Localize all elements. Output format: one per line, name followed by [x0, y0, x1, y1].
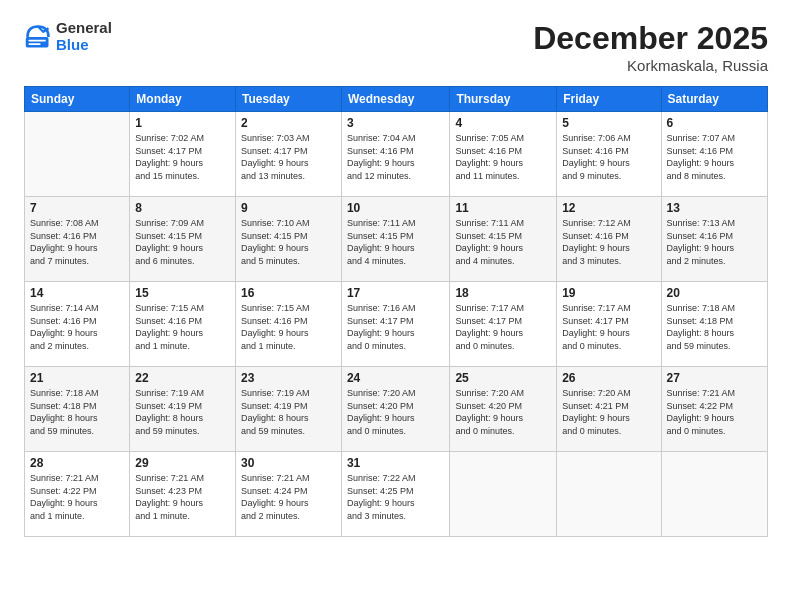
day-info: Sunrise: 7:11 AMSunset: 4:15 PMDaylight:…	[455, 217, 551, 267]
day-number: 5	[562, 116, 655, 130]
day-number: 2	[241, 116, 336, 130]
calendar-row-3: 14 Sunrise: 7:14 AMSunset: 4:16 PMDaylig…	[25, 282, 768, 367]
day-info: Sunrise: 7:16 AMSunset: 4:17 PMDaylight:…	[347, 302, 444, 352]
day-info: Sunrise: 7:02 AMSunset: 4:17 PMDaylight:…	[135, 132, 230, 182]
day-info: Sunrise: 7:11 AMSunset: 4:15 PMDaylight:…	[347, 217, 444, 267]
day-info: Sunrise: 7:19 AMSunset: 4:19 PMDaylight:…	[241, 387, 336, 437]
day-cell-1: 1 Sunrise: 7:02 AMSunset: 4:17 PMDayligh…	[130, 112, 236, 197]
calendar-header-row: Sunday Monday Tuesday Wednesday Thursday…	[25, 87, 768, 112]
day-number: 22	[135, 371, 230, 385]
day-cell-27: 27 Sunrise: 7:21 AMSunset: 4:22 PMDaylig…	[661, 367, 767, 452]
day-cell-24: 24 Sunrise: 7:20 AMSunset: 4:20 PMDaylig…	[341, 367, 449, 452]
col-thursday: Thursday	[450, 87, 557, 112]
day-cell-3: 3 Sunrise: 7:04 AMSunset: 4:16 PMDayligh…	[341, 112, 449, 197]
day-info: Sunrise: 7:08 AMSunset: 4:16 PMDaylight:…	[30, 217, 124, 267]
calendar-row-1: 1 Sunrise: 7:02 AMSunset: 4:17 PMDayligh…	[25, 112, 768, 197]
day-cell-9: 9 Sunrise: 7:10 AMSunset: 4:15 PMDayligh…	[235, 197, 341, 282]
col-tuesday: Tuesday	[235, 87, 341, 112]
empty-cell	[25, 112, 130, 197]
day-info: Sunrise: 7:17 AMSunset: 4:17 PMDaylight:…	[455, 302, 551, 352]
day-number: 12	[562, 201, 655, 215]
day-info: Sunrise: 7:15 AMSunset: 4:16 PMDaylight:…	[241, 302, 336, 352]
title-area: December 2025 Korkmaskala, Russia	[533, 20, 768, 74]
day-number: 11	[455, 201, 551, 215]
logo-blue: Blue	[56, 37, 112, 54]
day-number: 6	[667, 116, 762, 130]
day-number: 29	[135, 456, 230, 470]
day-info: Sunrise: 7:10 AMSunset: 4:15 PMDaylight:…	[241, 217, 336, 267]
empty-cell	[661, 452, 767, 537]
day-cell-26: 26 Sunrise: 7:20 AMSunset: 4:21 PMDaylig…	[557, 367, 661, 452]
day-cell-2: 2 Sunrise: 7:03 AMSunset: 4:17 PMDayligh…	[235, 112, 341, 197]
empty-cell	[450, 452, 557, 537]
col-sunday: Sunday	[25, 87, 130, 112]
day-info: Sunrise: 7:13 AMSunset: 4:16 PMDaylight:…	[667, 217, 762, 267]
day-info: Sunrise: 7:18 AMSunset: 4:18 PMDaylight:…	[30, 387, 124, 437]
page: General Blue December 2025 Korkmaskala, …	[0, 0, 792, 612]
calendar-row-5: 28 Sunrise: 7:21 AMSunset: 4:22 PMDaylig…	[25, 452, 768, 537]
calendar-row-2: 7 Sunrise: 7:08 AMSunset: 4:16 PMDayligh…	[25, 197, 768, 282]
day-number: 27	[667, 371, 762, 385]
day-cell-30: 30 Sunrise: 7:21 AMSunset: 4:24 PMDaylig…	[235, 452, 341, 537]
day-number: 19	[562, 286, 655, 300]
day-cell-25: 25 Sunrise: 7:20 AMSunset: 4:20 PMDaylig…	[450, 367, 557, 452]
empty-cell	[557, 452, 661, 537]
day-number: 30	[241, 456, 336, 470]
day-cell-12: 12 Sunrise: 7:12 AMSunset: 4:16 PMDaylig…	[557, 197, 661, 282]
day-cell-19: 19 Sunrise: 7:17 AMSunset: 4:17 PMDaylig…	[557, 282, 661, 367]
day-cell-20: 20 Sunrise: 7:18 AMSunset: 4:18 PMDaylig…	[661, 282, 767, 367]
day-info: Sunrise: 7:07 AMSunset: 4:16 PMDaylight:…	[667, 132, 762, 182]
day-number: 28	[30, 456, 124, 470]
svg-rect-3	[28, 43, 40, 45]
day-info: Sunrise: 7:19 AMSunset: 4:19 PMDaylight:…	[135, 387, 230, 437]
day-number: 31	[347, 456, 444, 470]
day-info: Sunrise: 7:20 AMSunset: 4:20 PMDaylight:…	[347, 387, 444, 437]
col-monday: Monday	[130, 87, 236, 112]
location-subtitle: Korkmaskala, Russia	[533, 57, 768, 74]
day-number: 18	[455, 286, 551, 300]
col-friday: Friday	[557, 87, 661, 112]
day-info: Sunrise: 7:03 AMSunset: 4:17 PMDaylight:…	[241, 132, 336, 182]
day-number: 15	[135, 286, 230, 300]
logo-text: General Blue	[56, 20, 112, 53]
day-info: Sunrise: 7:14 AMSunset: 4:16 PMDaylight:…	[30, 302, 124, 352]
day-cell-18: 18 Sunrise: 7:17 AMSunset: 4:17 PMDaylig…	[450, 282, 557, 367]
day-cell-4: 4 Sunrise: 7:05 AMSunset: 4:16 PMDayligh…	[450, 112, 557, 197]
day-number: 9	[241, 201, 336, 215]
day-cell-29: 29 Sunrise: 7:21 AMSunset: 4:23 PMDaylig…	[130, 452, 236, 537]
day-cell-6: 6 Sunrise: 7:07 AMSunset: 4:16 PMDayligh…	[661, 112, 767, 197]
day-cell-7: 7 Sunrise: 7:08 AMSunset: 4:16 PMDayligh…	[25, 197, 130, 282]
day-info: Sunrise: 7:21 AMSunset: 4:23 PMDaylight:…	[135, 472, 230, 522]
day-number: 4	[455, 116, 551, 130]
day-number: 1	[135, 116, 230, 130]
day-info: Sunrise: 7:05 AMSunset: 4:16 PMDaylight:…	[455, 132, 551, 182]
logo-icon	[24, 23, 52, 51]
day-cell-22: 22 Sunrise: 7:19 AMSunset: 4:19 PMDaylig…	[130, 367, 236, 452]
day-cell-11: 11 Sunrise: 7:11 AMSunset: 4:15 PMDaylig…	[450, 197, 557, 282]
day-cell-13: 13 Sunrise: 7:13 AMSunset: 4:16 PMDaylig…	[661, 197, 767, 282]
day-info: Sunrise: 7:21 AMSunset: 4:22 PMDaylight:…	[667, 387, 762, 437]
day-number: 25	[455, 371, 551, 385]
day-number: 21	[30, 371, 124, 385]
day-cell-23: 23 Sunrise: 7:19 AMSunset: 4:19 PMDaylig…	[235, 367, 341, 452]
day-cell-21: 21 Sunrise: 7:18 AMSunset: 4:18 PMDaylig…	[25, 367, 130, 452]
header: General Blue December 2025 Korkmaskala, …	[24, 20, 768, 74]
day-cell-5: 5 Sunrise: 7:06 AMSunset: 4:16 PMDayligh…	[557, 112, 661, 197]
day-cell-31: 31 Sunrise: 7:22 AMSunset: 4:25 PMDaylig…	[341, 452, 449, 537]
day-number: 8	[135, 201, 230, 215]
day-info: Sunrise: 7:17 AMSunset: 4:17 PMDaylight:…	[562, 302, 655, 352]
day-cell-16: 16 Sunrise: 7:15 AMSunset: 4:16 PMDaylig…	[235, 282, 341, 367]
day-number: 16	[241, 286, 336, 300]
calendar-table: Sunday Monday Tuesday Wednesday Thursday…	[24, 86, 768, 537]
day-info: Sunrise: 7:20 AMSunset: 4:20 PMDaylight:…	[455, 387, 551, 437]
day-number: 7	[30, 201, 124, 215]
day-info: Sunrise: 7:20 AMSunset: 4:21 PMDaylight:…	[562, 387, 655, 437]
svg-rect-1	[26, 37, 49, 48]
day-number: 13	[667, 201, 762, 215]
day-cell-15: 15 Sunrise: 7:15 AMSunset: 4:16 PMDaylig…	[130, 282, 236, 367]
day-info: Sunrise: 7:21 AMSunset: 4:24 PMDaylight:…	[241, 472, 336, 522]
day-number: 24	[347, 371, 444, 385]
day-number: 14	[30, 286, 124, 300]
day-cell-14: 14 Sunrise: 7:14 AMSunset: 4:16 PMDaylig…	[25, 282, 130, 367]
day-cell-8: 8 Sunrise: 7:09 AMSunset: 4:15 PMDayligh…	[130, 197, 236, 282]
